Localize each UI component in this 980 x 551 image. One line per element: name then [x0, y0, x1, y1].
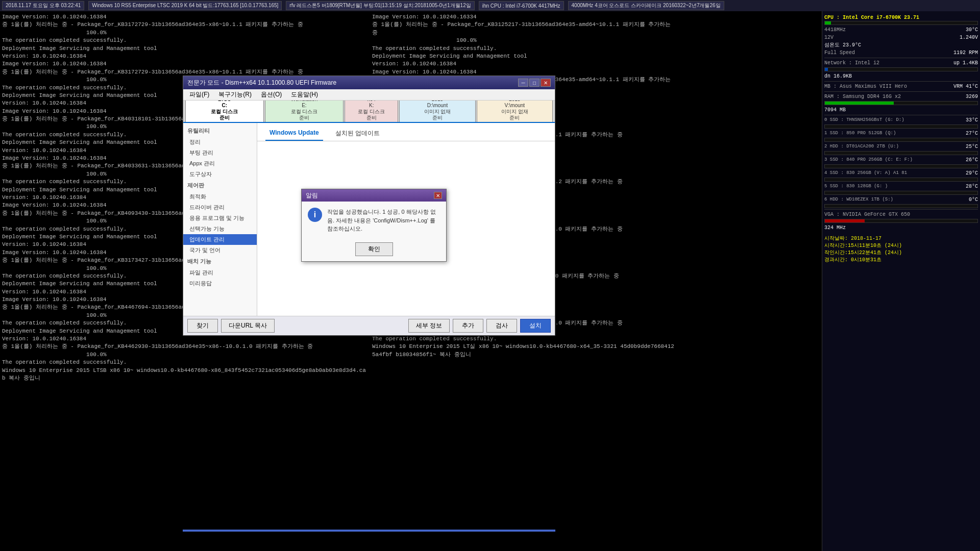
gpu-bar: [825, 219, 865, 222]
net-bar: [825, 68, 828, 71]
install-button[interactable]: 설치: [520, 319, 551, 333]
check-button[interactable]: 검사: [486, 319, 517, 333]
dism-toolbar: 찾기 다운URL 목사 세부 정보 추가 검사 설치: [183, 316, 555, 335]
divider-4: [824, 115, 978, 115]
ram-bar-container: [824, 101, 978, 105]
menu-file[interactable]: 파일(F): [185, 89, 213, 100]
taskbar-clock-info: 4000MHz 4코어 오스로드 스카이레이크 20160322~2년7개월26…: [568, 1, 724, 10]
taskbar-os-info: Windows 10 RS5 Enterprise LTSC 2019 K 64…: [88, 1, 282, 10]
divider-1: [824, 58, 978, 58]
tab-win10-ent-k-d[interactable]: Windows 10 Enterprise K 2015D:\mount이미지 …: [399, 101, 475, 122]
sysmon-panel: CPU : Intel Core i7-6700K 23.71 4418MHz …: [822, 11, 980, 551]
tab-win10-ent-k-v[interactable]: Windows 10 Enterprise K 2015V:\mount이미지 …: [477, 101, 553, 122]
drive-row-5: 5 SSD : 830 128GB (G: )28°C: [824, 183, 978, 190]
drive-row-6: 6 HDD : WD10EZEX 1TB (S:)0°C: [824, 196, 978, 204]
alert-info-icon: i: [308, 208, 322, 222]
dism-titlebar: 전문가 모드 - Dism++x64 10.1.1000.80 UEFI Fir…: [183, 76, 555, 89]
gpu-row: VGA : NVIDIA GeForce GTX 650: [824, 211, 978, 218]
drive-list: 0 SSD : THNSNH256GBsT (G: D:)33°C1 SSD :…: [824, 116, 978, 208]
drive-bar-container-5: [824, 191, 978, 195]
drive-row-0: 0 SSD : THNSNH256GBsT (G: D:)33°C: [824, 116, 978, 124]
alert-title: 알림: [306, 191, 318, 200]
gpu-freq-row: 324 MHz: [824, 224, 978, 232]
drive-bar-container-2: [824, 151, 978, 155]
drive-row-2: 2 HDD : DT01ACA200 2TB (U:)25°C: [824, 143, 978, 151]
fan-row: Full Speed 1192 RPM: [824, 49, 978, 57]
drive-bar-container-6: [824, 204, 978, 208]
temp-ambient-row: 섬온도 23.9°C: [824, 41, 978, 49]
divider-3: [824, 91, 978, 92]
tab-win-pe[interactable]: Windows PE 4.0 x64K:로컬 디스크준비: [345, 101, 398, 122]
network-row: Network : Intel i2 up 1.4KB: [824, 59, 978, 67]
sidebar-section-utility: 유틸리티: [183, 125, 257, 137]
sidebar-item-cleanup[interactable]: 정리: [183, 137, 257, 147]
tab-win10-pro[interactable]: Windows 10 Pro for WorkstationE:로컬 디스크준비: [265, 101, 344, 122]
alert-message: 작업을 성공했습니다. 1 성공, 0 해당사항 없음. 자세한 내용은 'Co…: [327, 208, 440, 233]
sidebar-item-apps[interactable]: 응용 프로그램 및 기능: [183, 213, 257, 223]
clock-section: 시작날짜: 2018-11-17 시작시간:15시11분10초 (24시) 작인…: [824, 235, 978, 263]
drive-bar-container-0: [824, 124, 978, 129]
gpu-bar-container: [824, 219, 978, 223]
sidebar-item-optional[interactable]: 선택가능 기능: [183, 223, 257, 234]
close-button[interactable]: ✕: [541, 79, 551, 87]
sidebar-item-region[interactable]: 국가 및 언어: [183, 245, 257, 256]
sidebar-item-boot[interactable]: 부팅 관리: [183, 147, 257, 158]
drive-row-1: 1 SSD : 850 PRO 512GB (Q:)27°C: [824, 130, 978, 137]
sidebar-item-update-mgmt[interactable]: 업데이트 관리: [183, 234, 257, 245]
ram-row: RAM : Samsung DDR4 16G x2 3269: [824, 93, 978, 101]
taskbar-datetime: 2018.11.17 토요일 오후 03:22:41: [2, 1, 84, 10]
alert-dialog: 알림 ✕ i 작업을 성공했습니다. 1 성공, 0 해당사항 없음. 자세한 …: [301, 189, 447, 262]
maximize-button[interactable]: □: [529, 79, 540, 87]
menu-recovery[interactable]: 복구기능(R): [214, 89, 256, 100]
alert-body: i 작업을 성공했습니다. 1 성공, 0 해당사항 없음. 자세한 내용은 '…: [302, 202, 446, 239]
dism-window-controls: ─ □ ✕: [518, 79, 551, 87]
drive-bar-container-4: [824, 178, 978, 182]
divider-5: [824, 209, 978, 210]
taskbar: 2018.11.17 토요일 오후 03:22:41 Windows 10 RS…: [0, 0, 980, 11]
alert-close-button[interactable]: ✕: [434, 192, 442, 199]
sidebar-item-unattend[interactable]: 미리응답: [183, 278, 257, 289]
menu-help[interactable]: 도움말(H): [287, 89, 322, 100]
add-button[interactable]: 추가: [453, 319, 483, 333]
tab-installed-updates[interactable]: 설치된 업데이트: [331, 127, 384, 141]
sidebar-section-batch: 배치 기능: [183, 256, 257, 267]
drive-row-3: 3 SSD : 840 PRO 256GB (C: E: F:)26°C: [824, 156, 978, 164]
ram-bar: [825, 102, 894, 105]
taskbar-cpu-info: ihn CPU : Intel i7-6700K 4417MHz: [479, 1, 564, 10]
drive-row-4: 4 SSD : 830 256GB (V: A) A1 8129°C: [824, 169, 978, 177]
drive-bar-container-3: [824, 164, 978, 168]
net-down-row: dn 16.9KB: [824, 72, 978, 80]
sidebar-item-optimize[interactable]: 최적화: [183, 191, 257, 202]
dism-image-tabbar: •Windows 10 Enterprise LTSCC:로컬 디스크준비 Wi…: [183, 101, 555, 123]
dism-menubar: 파일(F) 복구기능(R) 옵션(O) 도움말(H): [183, 89, 555, 101]
mb-row: MB : Asus Maximus VIII Hero VRM 41°C: [824, 83, 978, 90]
find-button[interactable]: 찾기: [187, 319, 218, 333]
detail-button[interactable]: 세부 정보: [408, 319, 450, 333]
menu-options[interactable]: 옵션(O): [257, 89, 286, 100]
divider-2: [824, 81, 978, 82]
sidebar-item-toolbox[interactable]: 도구상자: [183, 169, 257, 180]
dism-sidebar: 유틸리티 정리 부팅 관리 Appx 관리 도구상자 제어판 최적화 드라이버 …: [183, 123, 257, 316]
net-bar-container: [824, 67, 978, 71]
taskbar-rfv-info: rfv 레드스톤5 버1809[RTM년월] 부팅:01|13:15:19 설치…: [286, 1, 474, 10]
sidebar-item-drivers[interactable]: 드라이버 관리: [183, 202, 257, 213]
alert-titlebar: 알림 ✕: [302, 189, 446, 202]
dism-main-tabs: Windows Update 설치된 업데이트: [257, 123, 555, 141]
sidebar-item-filemanage[interactable]: 파일 관리: [183, 267, 257, 278]
drive-bar-container-1: [824, 138, 978, 142]
tab-windows-update[interactable]: Windows Update: [265, 127, 323, 141]
sidebar-item-appx[interactable]: Appx 관리: [183, 158, 257, 169]
cpu-bar-container: [824, 21, 978, 25]
alert-ok-button[interactable]: 확인: [355, 242, 393, 256]
voltage-row: 12V 1.240V: [824, 34, 978, 41]
alert-footer: 확인: [302, 239, 446, 261]
tab-win10-ltsc[interactable]: •Windows 10 Enterprise LTSCC:로컬 디스크준비: [185, 101, 264, 123]
dism-title: 전문가 모드 - Dism++x64 10.1.1000.80 UEFI Fir…: [187, 79, 336, 87]
download-url-button[interactable]: 다운URL 목사: [221, 319, 275, 333]
cpu-bar: [825, 21, 831, 24]
cpu-section-title: CPU : Intel Core i7-6700K 23.71: [824, 15, 978, 20]
ram-used-row: 7094 MB: [824, 106, 978, 114]
cpu-freq-row: 4418MHz 30°C: [824, 26, 978, 34]
minimize-button[interactable]: ─: [518, 79, 528, 87]
sidebar-section-controlpanel: 제어판: [183, 180, 257, 191]
